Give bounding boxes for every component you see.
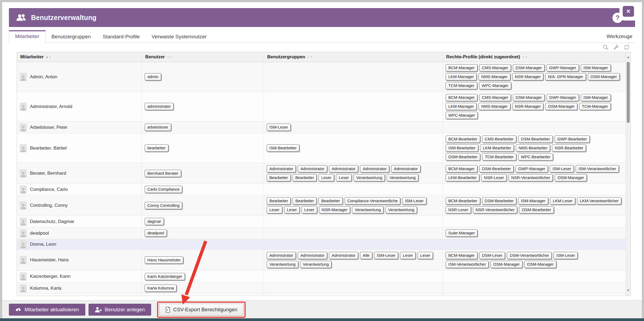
profile-badge[interactable]: GWP-Manager <box>547 94 579 101</box>
group-badge[interactable]: ISM-Bearbeiter <box>267 144 299 152</box>
profile-badge[interactable]: OSM-Bearbeiter <box>519 206 554 214</box>
profile-badge[interactable]: BCM-Manager <box>446 165 477 173</box>
table-row[interactable]: Kredit, KarinKarin KreditAlleBearbeiterI… <box>17 294 626 296</box>
table-row[interactable]: Hausmeister, HansHans HausmeisterAdminis… <box>17 250 626 271</box>
table-row[interactable]: Datenschutz, Dagmardagmar <box>17 216 626 227</box>
sort-desc-icon[interactable]: ▼ <box>170 56 172 58</box>
user-badge[interactable]: dagmar <box>145 218 164 225</box>
group-badge[interactable]: Administrator <box>360 165 389 173</box>
profile-badge[interactable]: BCM-Bearbeiter <box>446 197 480 205</box>
group-badge[interactable]: ISM-Leser <box>267 124 291 131</box>
group-badge[interactable]: Administrator <box>298 165 327 173</box>
group-badge[interactable]: ISM-Leser <box>374 252 398 259</box>
profile-badge[interactable]: NSR-Verantwortlicher <box>473 206 517 214</box>
profile-badge[interactable]: NSR-Manager <box>512 103 544 110</box>
user-badge[interactable]: Karla Kolumna <box>145 285 177 292</box>
profile-badge[interactable]: CMS-Manager <box>479 64 511 72</box>
user-badge[interactable]: Karin Katzenberger <box>145 273 185 280</box>
profile-badge[interactable]: NSR-Leser <box>446 206 471 214</box>
profile-badge[interactable]: LKM-Bearbeiter <box>446 174 479 181</box>
user-badge[interactable]: Conny Controlling <box>145 202 182 209</box>
profile-badge[interactable]: BCM-Manager <box>446 252 477 259</box>
user-badge[interactable]: bearbeiter <box>145 144 168 152</box>
column-header-benutzergruppen[interactable]: Benutzergruppen▲▼ <box>264 52 443 62</box>
profile-badge[interactable]: LKM-Bearbeiter <box>480 144 514 152</box>
profile-badge[interactable]: GWP-Manager <box>516 165 548 173</box>
sort-asc-icon[interactable]: ▲ <box>522 56 525 58</box>
wrench-icon[interactable] <box>613 44 619 50</box>
profile-badge[interactable]: OSM-Bearbeiter <box>446 153 480 161</box>
table-row[interactable]: Donna, Leon <box>17 239 626 250</box>
profile-badge[interactable]: DSM-Bearbeiter <box>518 136 553 143</box>
tab-mitarbeiter[interactable]: Mitarbeiter <box>9 30 46 43</box>
profile-badge[interactable]: DSM-Bearbeiter <box>479 165 514 173</box>
tab-benutzergruppen[interactable]: Benutzergruppen <box>46 31 97 43</box>
profile-badge[interactable]: ISM-Manager <box>581 94 611 101</box>
profile-badge[interactable]: WPC-Manager <box>446 112 478 119</box>
group-badge[interactable]: Bearbeiter <box>293 197 317 205</box>
close-button[interactable]: ✕ <box>623 6 634 17</box>
profile-badge[interactable]: ISM-Bearbeiter <box>446 144 478 152</box>
scroll-up-icon[interactable]: ▲ <box>626 55 631 59</box>
profile-badge[interactable]: TCM-Manager <box>446 82 477 89</box>
group-badge[interactable]: Leser <box>418 252 433 259</box>
group-badge[interactable]: Verantwortung <box>300 261 332 268</box>
group-badge[interactable]: Alle <box>360 252 372 259</box>
benutzer-anlegen-button[interactable]: Benutzer anlegen <box>89 304 151 316</box>
werkzeuge-link[interactable]: Werkzeuge <box>604 30 635 43</box>
profile-badge[interactable]: OSM-Manager <box>555 174 587 181</box>
group-badge[interactable]: Verantwortung <box>387 174 418 181</box>
group-badge[interactable]: Leser <box>267 206 282 214</box>
table-scrollbar[interactable]: ▲ ▼ <box>626 52 631 296</box>
sort-desc-icon[interactable]: ▼ <box>49 56 51 58</box>
sort-desc-icon[interactable]: ▼ <box>310 56 313 58</box>
group-badge[interactable]: Administrator <box>298 252 327 259</box>
table-row[interactable]: Berater, BernhardBernhard BeraterAdminis… <box>17 163 626 184</box>
table-row[interactable]: Kolumna, KarlaKarla Kolumna <box>17 283 626 294</box>
sort-asc-icon[interactable]: ▲ <box>307 56 310 58</box>
group-badge[interactable]: Administrator <box>267 165 296 173</box>
mitarbeiter-aktualisieren-button[interactable]: Mitarbeiter aktualisieren <box>9 304 85 316</box>
table-row[interactable]: Compliance, CarloCarlo Compliance <box>17 184 626 195</box>
user-badge[interactable]: Bernhard Berater <box>145 170 181 177</box>
table-row[interactable]: Administrator, ArnoldadministratorBCM-Ma… <box>17 92 626 121</box>
table-row[interactable]: deadpooldeadpoolSuite-Manager <box>17 227 626 239</box>
table-row[interactable]: Katzenberger, KarinKarin Katzenberger <box>17 271 626 283</box>
profile-badge[interactable]: NSR-Manager <box>512 73 544 80</box>
profile-badge[interactable]: NMS-Manager <box>479 103 510 110</box>
profile-badge[interactable]: OSM-Manager <box>588 73 620 80</box>
group-badge[interactable]: Bearbeiter <box>267 174 291 181</box>
profile-badge[interactable]: LKM-Verantwortlicher <box>577 197 621 205</box>
profile-badge[interactable]: BCM-Bearbeiter <box>446 136 480 143</box>
refresh-icon[interactable] <box>623 44 630 50</box>
user-badge[interactable]: Carlo Compliance <box>145 186 182 193</box>
profile-badge[interactable]: DSM-Manager <box>513 64 545 72</box>
profile-badge[interactable]: NSR-Leser <box>481 174 507 181</box>
user-badge[interactable]: administrator <box>145 103 174 110</box>
group-badge[interactable]: Bearbeiter <box>318 197 343 205</box>
profile-badge[interactable]: ISM-Manager <box>518 197 548 205</box>
group-badge[interactable]: Verantwortung <box>354 174 385 181</box>
profile-badge[interactable]: ISM-Leser <box>550 165 574 173</box>
group-badge[interactable]: Leser <box>284 206 300 214</box>
sort-asc-icon[interactable]: ▲ <box>46 56 48 58</box>
profile-badge[interactable]: BCM-Manager <box>446 94 477 101</box>
profile-badge[interactable]: LKM-Manager <box>446 73 477 80</box>
group-badge[interactable]: Compliance-Verantwortliche <box>345 197 401 205</box>
group-badge[interactable]: NSR-Manager <box>319 206 350 214</box>
profile-badge[interactable]: ISM-Verantwortlicher <box>446 261 489 268</box>
group-badge[interactable]: Leser <box>301 206 317 214</box>
group-badge[interactable]: Leser <box>336 174 352 181</box>
csv-export-berechtigungen-button[interactable]: xCSV-Export Berechtigungen <box>159 304 244 316</box>
search-icon[interactable] <box>602 44 609 50</box>
column-header-mitarbeiter[interactable]: Mitarbeiter▲▼ <box>17 52 142 62</box>
column-header-benutzer[interactable]: Benutzer▲▼ <box>142 52 264 62</box>
profile-badge[interactable]: OSM-Manager <box>545 103 577 110</box>
profile-badge[interactable]: WPC-Bearbeiter <box>518 153 553 161</box>
group-badge[interactable]: Bearbeiter <box>293 174 317 181</box>
profile-badge[interactable]: WPC-Manager <box>479 82 511 89</box>
table-row[interactable]: Bearbeiter, BärbelbearbeiterISM-Bearbeit… <box>17 133 626 163</box>
group-badge[interactable]: Leser <box>318 174 334 181</box>
profile-badge[interactable]: ISM-Leser <box>554 252 578 259</box>
sort-desc-icon[interactable]: ▼ <box>525 56 528 58</box>
